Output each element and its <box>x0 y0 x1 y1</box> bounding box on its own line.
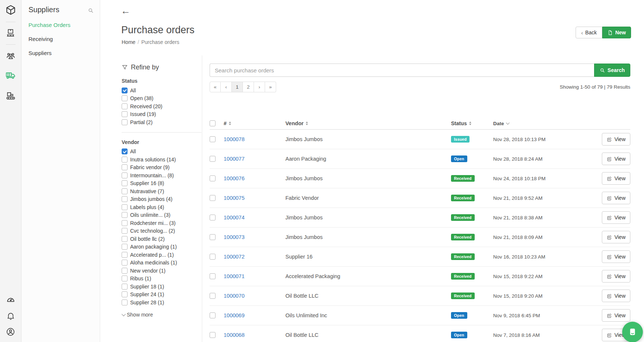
column-header-status[interactable]: Status <box>451 120 493 126</box>
order-number-link[interactable]: 1000069 <box>224 312 244 318</box>
pagination-button[interactable]: « <box>210 82 221 92</box>
checkbox[interactable] <box>122 260 128 266</box>
filter-option[interactable]: Received (20) <box>122 102 201 110</box>
filter-option[interactable]: All <box>122 148 201 156</box>
view-button[interactable]: View <box>602 309 630 322</box>
checkbox[interactable] <box>122 236 128 242</box>
filter-option[interactable]: Oils unlimite... (3) <box>122 211 201 219</box>
filter-option[interactable]: Issued (19) <box>122 110 201 119</box>
filter-option[interactable]: Aloha medicinals (1) <box>122 259 201 267</box>
pagination-button[interactable]: » <box>265 82 276 92</box>
view-button[interactable]: View <box>602 211 630 224</box>
search-input[interactable] <box>210 64 594 77</box>
production-conveyor-icon[interactable] <box>6 90 16 101</box>
checkbox[interactable] <box>122 164 128 170</box>
filter-option[interactable]: Supplier 16 (8) <box>122 179 201 188</box>
view-button[interactable]: View <box>602 133 630 146</box>
checkbox[interactable] <box>122 300 128 305</box>
checkbox[interactable] <box>122 196 128 202</box>
row-checkbox[interactable] <box>210 293 216 299</box>
checkbox[interactable] <box>122 268 128 274</box>
checkbox[interactable] <box>122 284 128 290</box>
row-checkbox[interactable] <box>210 254 216 260</box>
row-checkbox[interactable] <box>210 312 216 318</box>
select-all-checkbox[interactable] <box>210 120 216 126</box>
checkbox[interactable] <box>122 228 128 234</box>
filter-option[interactable]: Partial (2) <box>122 118 201 126</box>
filter-option[interactable]: Oil bottle llc (2) <box>122 235 201 243</box>
filter-option[interactable]: Nutravative (7) <box>122 187 201 195</box>
view-button[interactable]: View <box>602 250 630 263</box>
view-button[interactable]: View <box>602 153 630 165</box>
view-button[interactable]: View <box>602 231 630 243</box>
order-number-link[interactable]: 1000077 <box>224 156 244 162</box>
order-number-link[interactable]: 1000071 <box>224 273 244 279</box>
pagination-button[interactable]: 1 <box>232 82 243 92</box>
app-logo-cube-icon[interactable] <box>5 4 16 16</box>
new-button[interactable]: New <box>602 27 631 38</box>
column-header-number[interactable]: # <box>224 120 285 126</box>
filter-option[interactable]: Rodchester mi... (3) <box>122 219 201 227</box>
checkbox[interactable] <box>122 244 128 250</box>
order-number-link[interactable]: 1000074 <box>224 215 244 220</box>
checkbox[interactable] <box>122 252 128 258</box>
pagination-button[interactable]: › <box>254 82 265 92</box>
checkbox[interactable] <box>122 172 128 178</box>
filter-option[interactable]: Accelerated p... (1) <box>122 251 201 259</box>
column-header-vendor[interactable]: Vendor <box>285 120 451 126</box>
filter-option[interactable]: Cvc technolog... (2) <box>122 227 201 235</box>
order-number-link[interactable]: 1000076 <box>224 175 244 181</box>
checkbox[interactable] <box>122 204 128 210</box>
checkbox[interactable] <box>122 148 128 154</box>
order-number-link[interactable]: 1000072 <box>224 254 244 260</box>
checkbox[interactable] <box>122 212 128 218</box>
show-more-link[interactable]: Show more <box>122 312 201 318</box>
column-header-date[interactable]: Date <box>493 121 599 126</box>
row-checkbox[interactable] <box>210 332 216 338</box>
view-button[interactable]: View <box>602 270 630 283</box>
sidebar-item[interactable]: Purchase Orders <box>21 18 100 32</box>
filter-option[interactable]: Labels plus (4) <box>122 203 201 211</box>
filter-option[interactable]: Supplier 24 (1) <box>122 291 201 299</box>
checkbox[interactable] <box>122 291 128 297</box>
back-button[interactable]: ‹Back <box>576 27 602 38</box>
breadcrumb-home-link[interactable]: Home <box>122 39 135 45</box>
row-checkbox[interactable] <box>210 175 216 181</box>
filter-option[interactable]: Aaron packaging (1) <box>122 243 201 251</box>
checkbox[interactable] <box>122 188 128 194</box>
row-checkbox[interactable] <box>210 273 216 279</box>
checkbox[interactable] <box>122 119 128 125</box>
row-checkbox[interactable] <box>210 195 216 201</box>
row-checkbox[interactable] <box>210 156 216 162</box>
checkbox[interactable] <box>122 111 128 117</box>
checkbox[interactable] <box>122 157 128 163</box>
filter-option[interactable]: Fabric vendor (9) <box>122 164 201 172</box>
contacts-team-icon[interactable] <box>6 51 16 61</box>
filter-option[interactable]: Open (38) <box>122 95 201 103</box>
pagination-button[interactable]: ‹ <box>221 82 232 92</box>
filter-option[interactable]: All <box>122 86 201 95</box>
filter-option[interactable]: Jimbos jumbos (4) <box>122 195 201 204</box>
checkbox[interactable] <box>122 276 128 281</box>
filter-option[interactable]: Supplier 28 (1) <box>122 298 201 307</box>
back-arrow-icon[interactable]: ← <box>121 6 131 16</box>
view-button[interactable]: View <box>602 290 630 302</box>
account-person-icon[interactable] <box>6 327 16 337</box>
view-button[interactable]: View <box>602 172 630 185</box>
notifications-bell-icon[interactable] <box>6 311 16 321</box>
checkbox[interactable] <box>122 88 128 93</box>
search-icon[interactable] <box>88 7 94 14</box>
order-number-link[interactable]: 1000078 <box>224 136 244 142</box>
intercom-chat-button[interactable] <box>622 322 643 342</box>
sidebar-item[interactable]: Suppliers <box>21 46 100 60</box>
view-button[interactable]: View <box>602 192 630 204</box>
order-number-link[interactable]: 1000068 <box>224 332 244 338</box>
filter-option[interactable]: Intermountain... (8) <box>122 171 201 179</box>
checkbox[interactable] <box>122 180 128 186</box>
filter-option[interactable]: Ribus (1) <box>122 275 201 283</box>
row-checkbox[interactable] <box>210 215 216 220</box>
purchasing-truck-icon[interactable] <box>5 70 16 81</box>
inventory-pallet-icon[interactable] <box>6 28 16 38</box>
filter-option[interactable]: Inutra solutions (14) <box>122 155 201 164</box>
filter-option[interactable]: New vendor (1) <box>122 267 201 275</box>
